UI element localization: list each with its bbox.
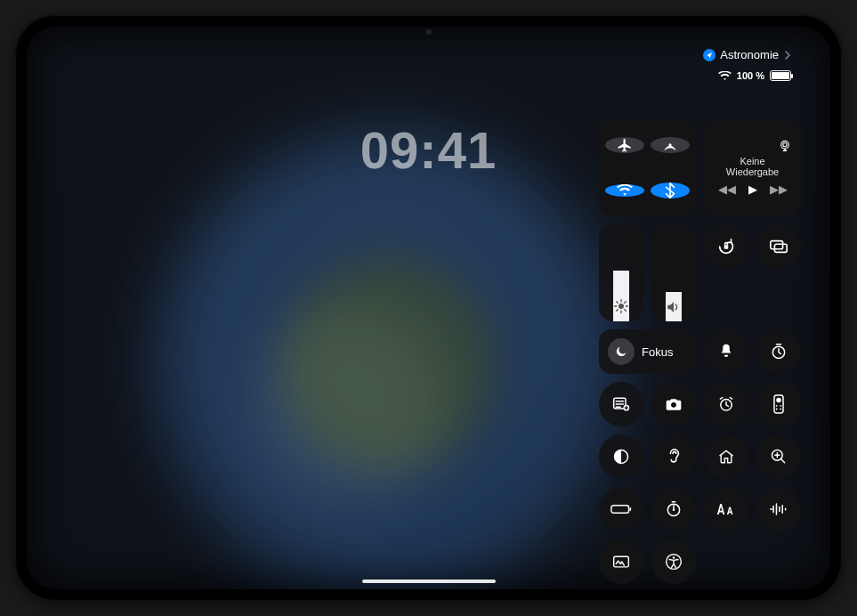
control-center: Keine Wiedergabe ◀◀ ▶ ▶▶ <box>599 119 804 584</box>
now-playing-title: Keine Wiedergabe <box>713 156 792 177</box>
text-size-button[interactable] <box>704 487 748 531</box>
low-power-button[interactable] <box>599 487 643 531</box>
home-indicator[interactable] <box>362 580 496 583</box>
orientation-lock-button[interactable] <box>704 224 748 269</box>
svg-rect-3 <box>724 245 729 249</box>
return-to-app-pill[interactable]: Astronomie <box>703 48 791 61</box>
svg-point-10 <box>671 402 676 408</box>
airdrop-toggle[interactable] <box>651 137 690 153</box>
focus-button[interactable]: Fokus <box>599 329 696 374</box>
play-icon[interactable]: ▶ <box>748 182 757 196</box>
battery-percent: 100 % <box>737 70 764 81</box>
focus-label: Fokus <box>642 345 673 359</box>
brightness-fill <box>613 271 629 321</box>
previous-track-icon[interactable]: ◀◀ <box>718 182 736 196</box>
silent-mode-button[interactable] <box>704 329 748 374</box>
svg-point-14 <box>776 405 778 407</box>
svg-point-16 <box>776 409 778 410</box>
camera-button[interactable] <box>651 382 696 426</box>
wifi-status-icon <box>718 71 732 81</box>
battery-icon <box>770 70 791 81</box>
stopwatch-button[interactable] <box>651 487 696 531</box>
svg-rect-20 <box>611 506 629 514</box>
wifi-toggle[interactable] <box>605 184 644 197</box>
svg-rect-21 <box>629 507 631 510</box>
connectivity-module[interactable] <box>599 119 696 216</box>
apple-tv-remote-button[interactable] <box>756 382 801 426</box>
svg-point-26 <box>673 556 675 559</box>
volume-fill <box>666 292 682 321</box>
status-bar: 100 % <box>718 70 791 81</box>
location-arrow-icon <box>703 49 716 61</box>
accessibility-button[interactable] <box>651 539 696 584</box>
timer-button[interactable] <box>756 329 801 374</box>
bluetooth-toggle[interactable] <box>651 182 690 199</box>
svg-point-6 <box>618 304 624 309</box>
moon-icon <box>608 338 635 365</box>
quick-note-button[interactable] <box>599 382 643 426</box>
background-sounds-button[interactable] <box>599 539 643 584</box>
next-track-icon[interactable]: ▶▶ <box>770 182 788 196</box>
screen-mirroring-button[interactable] <box>756 224 801 269</box>
hearing-button[interactable] <box>651 434 696 479</box>
svg-rect-4 <box>771 241 783 249</box>
magnifier-button[interactable] <box>756 434 801 479</box>
svg-point-2 <box>783 143 787 147</box>
lock-clock: 09:41 <box>360 120 497 180</box>
alarm-button[interactable] <box>704 382 748 426</box>
home-button[interactable] <box>704 434 748 479</box>
now-playing-module[interactable]: Keine Wiedergabe ◀◀ ▶ ▶▶ <box>704 119 801 216</box>
svg-point-15 <box>780 405 781 407</box>
svg-point-1 <box>781 141 789 149</box>
svg-point-23 <box>673 509 675 512</box>
svg-point-13 <box>776 398 781 403</box>
voice-memos-button[interactable] <box>756 487 801 531</box>
front-camera-dot <box>426 29 432 35</box>
brightness-slider[interactable] <box>599 224 643 321</box>
chevron-right-icon <box>785 51 791 60</box>
return-to-app-label: Astronomie <box>720 48 779 61</box>
svg-rect-5 <box>774 244 787 252</box>
dark-mode-button[interactable] <box>599 434 643 479</box>
volume-slider[interactable] <box>651 224 696 321</box>
svg-point-17 <box>780 409 781 410</box>
airplay-icon[interactable] <box>778 140 792 152</box>
airplane-mode-toggle[interactable] <box>605 137 644 153</box>
